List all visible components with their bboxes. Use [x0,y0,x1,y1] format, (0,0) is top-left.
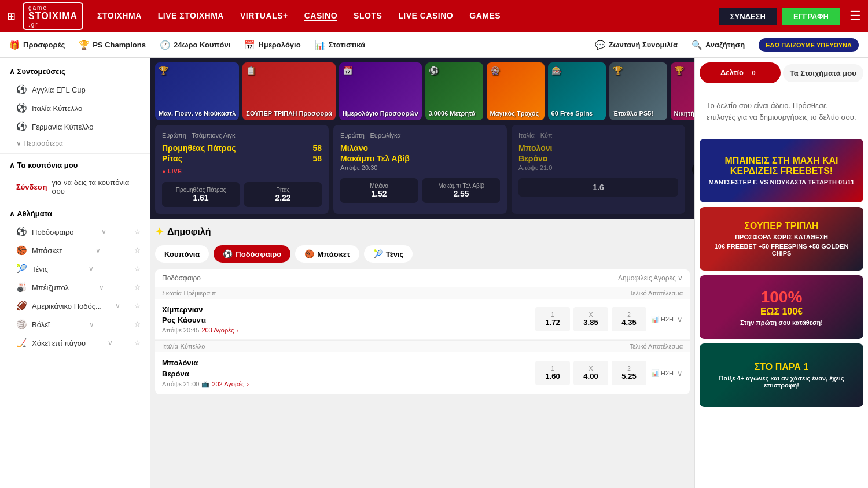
tab-soccer[interactable]: ⚽ Ποδόσφαιρο [214,245,290,263]
nav-live-chat[interactable]: 💬 Ζωντανή Συνομιλία [595,40,678,50]
betslip-count-badge: 0 [748,67,760,79]
tab-basketball-icon: 🏀 [304,249,314,258]
odd-cell-x-1[interactable]: Χ 3.85 [573,307,608,331]
nav-live-casino[interactable]: LIVE CASINO [398,11,453,21]
nav-stats[interactable]: 📊 Στατιστικά [315,40,366,50]
banner-card-calendar[interactable]: 📅 Ημερολόγιο Προσφορών [339,62,422,120]
match-card-3: Ιταλία - Κύπ Μπολόνι Βερόνα Απόψε 21:0 1… [512,125,685,214]
promo-banner-3[interactable]: 100% ΕΩΣ 100€ Στην πρώτη σου κατάθεση! [700,275,863,339]
promo1-title: ΜΠΑΙΝΕΙΣ ΣΤΗ ΜΑΧΗ ΚΑΙ [709,156,855,166]
hamburger-icon[interactable]: ☰ [849,9,861,24]
my-bets-tab-button[interactable]: Τα Στοιχήματά μου [783,64,864,82]
bar-chart-icon-1: 📊 [651,316,659,323]
nav-slots[interactable]: SLOTS [354,11,382,21]
sidebar-item-tennis[interactable]: 🎾 Τένις ∨ ☆ [0,260,150,278]
soccer-fav-icon[interactable]: ☆ [134,228,141,236]
odd-btn-3[interactable]: 1.6 [518,178,678,197]
sidebar-item-soccer[interactable]: ⚽ Ποδόσφαιρο ∨ ☆ [0,223,150,241]
match-row-right-2: 📊 H2H ∨ [651,369,683,378]
tab-coupons[interactable]: Κουπόνια [155,245,209,263]
tab-basketball[interactable]: 🏀 Μπάσκετ [295,245,359,263]
nav-search[interactable]: 🔍 Αναζήτηση [692,40,745,50]
login-button[interactable]: ΣΥΝΔΕΣΗ [719,8,777,25]
team2-name-1: Ρίτας [162,154,182,163]
nav-games[interactable]: GAMES [469,11,501,21]
odd-btn-team1-1[interactable]: Προμηθέας Πάτρας 1.61 [162,182,240,207]
sidebar-item-volleyball[interactable]: 🏐 Βόλεϊ ∨ ☆ [0,315,150,334]
banner-card-ps-champions[interactable]: 🏆 Μαν. Γιουν. vs Νιούκαστλ [155,62,239,120]
tennis-fav-icon[interactable]: ☆ [134,265,141,273]
sidebar-sports-header[interactable]: ∧ Αθλήματα [0,205,150,223]
hockey-fav-icon[interactable]: ☆ [134,339,141,347]
baseball-fav-icon[interactable]: ☆ [134,283,141,291]
match-row-markets-1[interactable]: 203 Αγορές [201,327,234,334]
nav-offers[interactable]: 🎁 Προσφορές [9,40,65,50]
nav-virtuals[interactable]: VIRTUALS+ [240,11,288,21]
banner-card-ps5[interactable]: 🏆 Έπαθλο PS5! [609,62,667,120]
banner-card-super-tripli[interactable]: 📋 ΣΟΥΠΕΡ ΤΡΙΠΛΗ Προσφορά [242,62,335,120]
stats-icon: 📊 [315,40,326,50]
grid-icon[interactable]: ⊞ [7,10,16,23]
nav-casino[interactable]: CASINO [304,11,337,21]
section1-right[interactable]: Δημοφιλείς Αγορές ∨ [618,274,683,282]
sidebar-coupon-login[interactable]: Σύνδεση για να δεις τα κουπόνια σου [0,174,150,199]
nav-stoixima[interactable]: ΣΤΟΙΧΗΜΑ [97,11,142,21]
sidebar-coupons-header[interactable]: ∧ Τα κουπόνια μου [0,156,150,174]
odd-btn-2-2[interactable]: Μακάμπι Τελ Αβίβ 2.55 [422,178,500,203]
register-button[interactable]: ΕΓΓΡΑΦΗ [782,8,840,25]
sidebar-item-italy-cup[interactable]: ⚽ Ιταλία Κύπελλο [0,99,150,117]
odd-btn-team2-1[interactable]: Ρίτας 2.22 [244,182,322,207]
section1-sport-label: Ποδόσφαιρο [162,274,201,282]
betslip-tab-button[interactable]: Δελτίο 0 [700,62,781,83]
my-bets-tab-label: Τα Στοιχήματά μου [790,69,856,77]
sidebar-item-germany-cup[interactable]: ⚽ Γερμανία Κύπελλο [0,117,150,136]
live-matches-area: Ευρώπη - Τσάμπιονς Λιγκ Προμηθέας Πάτρας… [150,125,694,219]
calendar-icon: 📅 [244,40,255,50]
sidebar-item-hockey[interactable]: 🏒 Χόκεϊ επί πάγου ∨ ☆ [0,334,150,352]
h2h-button-1[interactable]: 📊 H2H [651,316,674,323]
h2h-button-2[interactable]: 📊 H2H [651,369,674,377]
nav-live-stoixima[interactable]: LIVE ΣΤΟΙΧΗΜΑ [158,11,224,21]
hockey-sport-icon: 🏒 [16,338,27,348]
banner-card-winner[interactable]: 🏆 Νικητής Εβδομάδας [671,62,694,120]
banner-card-freespins[interactable]: 🎰 60 Free Spins [548,62,606,120]
sidebar-item-basketball[interactable]: 🏀 Μπάσκετ ∨ ☆ [0,241,150,260]
nav-ps-champions[interactable]: 🏆 PS Champions [79,40,146,50]
banner-card-cash[interactable]: ⚽ 3.000€ Μετρητά [425,62,483,120]
banner-card-wheel[interactable]: 🎡 Μαγικός Τροχός [487,62,545,120]
promo-banner-4[interactable]: ΣΤΟ ΠΑΡΑ 1 Παίξε 4+ αγώνες και αν χάσεις… [700,343,863,407]
sidebar-tennis-label: Τένις [32,265,48,273]
match-row-markets-2[interactable]: 202 Αγορές [212,380,244,387]
american-football-fav-icon[interactable]: ☆ [134,302,141,310]
expand-markets-icon-1[interactable]: ∨ [677,315,683,324]
match-row-markets-arrow-1[interactable]: › [236,327,238,334]
sidebar-item-american-football[interactable]: 🏈 Αμερικάνικο Ποδός... ∨ ☆ [0,297,150,315]
odd-cell-1-2[interactable]: 1 1.60 [535,361,570,385]
odd-btn-1-2[interactable]: Μιλάνο 1.52 [340,178,418,203]
basketball-fav-icon[interactable]: ☆ [134,246,141,254]
match-row-markets-arrow-2[interactable]: › [247,380,249,387]
odd-cell-x-2[interactable]: Χ 4.00 [573,361,608,385]
match-odds-2: Μιλάνο 1.52 Μακάμπι Τελ Αβίβ 2.55 [340,178,500,203]
secondary-navigation: 🎁 Προσφορές 🏆 PS Champions 🕐 24ωρο Κουπό… [0,32,868,58]
sidebar-shortcuts-header[interactable]: ∧ Συντομεύσεις [0,62,150,80]
soccer-icon-3: ⚽ [16,121,27,132]
promo-banner-1[interactable]: ΜΠΑΙΝΕΙΣ ΣΤΗ ΜΑΧΗ ΚΑΙ ΚΕΡΔΙΖΕΙΣ FREEBETS… [700,139,863,202]
site-logo[interactable]: game STOIXIMA .gr [23,2,83,30]
sidebar-login-link[interactable]: Σύνδεση [16,183,47,191]
sidebar-item-england-efl[interactable]: ⚽ Αγγλία EFL Cup [0,80,150,99]
promo-banner-2[interactable]: ΣΟΥΠΕΡ ΤΡΙΠΛΗ ΠΡΟΣΦΟΡΑ ΧΩΡΙΣ ΚΑΤΑΘΕΣΗ 10… [700,207,863,271]
popular-markets-label: Δημοφιλείς Αγορές ∨ [618,274,683,282]
odd-cell-2-1[interactable]: 2 4.35 [612,307,646,331]
promo4-title: ΣΤΟ ΠΑΡΑ 1 [707,362,856,372]
expand-markets-icon-2[interactable]: ∨ [677,369,683,378]
tab-tennis[interactable]: 🎾 Τένις [364,245,413,263]
sidebar-shortcuts-more[interactable]: ∨ Περισσότερα [0,136,150,151]
volleyball-fav-icon[interactable]: ☆ [134,320,141,328]
odd-cell-1-1[interactable]: 1 1.72 [535,307,570,331]
sidebar-item-baseball[interactable]: 🎳 Μπέιζμπολ ∨ ☆ [0,278,150,297]
nav-calendar[interactable]: 📅 Ημερολόγιο [244,40,300,50]
responsible-gaming-button[interactable]: ΕΔΩ ΠΑΙΖΟΥΜΕ ΥΠΕΥΘΥΝΑ [759,38,859,52]
nav-24-coupon[interactable]: 🕐 24ωρο Κουπόνι [160,40,230,50]
odd-cell-2-2[interactable]: 2 5.25 [612,361,646,385]
